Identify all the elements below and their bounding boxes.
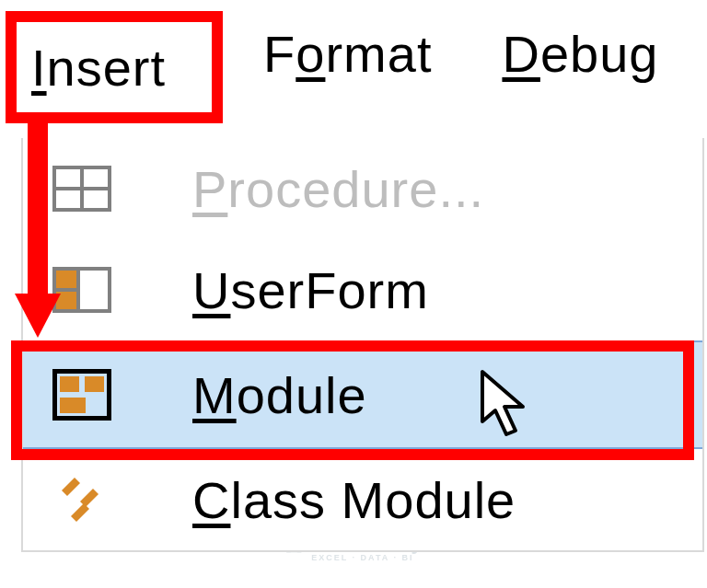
svg-marker-0: [62, 478, 80, 496]
classmodule-label: Class Module: [141, 470, 516, 530]
svg-marker-2: [71, 503, 89, 522]
userform-label: UserForm: [141, 260, 429, 320]
menu-format-label: Format: [263, 25, 432, 83]
dropdown-item-userform[interactable]: UserForm: [23, 239, 702, 340]
dropdown-item-module[interactable]: Module: [23, 340, 702, 449]
menu-debug[interactable]: Debug: [476, 9, 684, 98]
insert-dropdown: Procedure... UserForm Modu: [21, 138, 704, 552]
arrow-annotation: [28, 123, 48, 330]
menu-insert[interactable]: Insert: [31, 38, 166, 98]
menu-format[interactable]: Format: [238, 9, 458, 98]
menu-insert-highlight: Insert: [6, 11, 223, 123]
module-icon: [52, 369, 111, 421]
menu-debug-label: Debug: [502, 25, 658, 83]
userform-icon: [52, 267, 111, 313]
menu-insert-label: Insert: [31, 39, 166, 97]
dropdown-item-classmodule[interactable]: Class Module: [23, 449, 702, 550]
procedure-icon: [52, 166, 111, 212]
module-label: Module: [141, 365, 367, 425]
procedure-label: Procedure...: [141, 159, 484, 219]
dropdown-item-procedure: Procedure...: [23, 138, 702, 239]
watermark-tag: EXCEL · DATA · BI: [311, 553, 423, 562]
classmodule-icon: [52, 474, 111, 525]
